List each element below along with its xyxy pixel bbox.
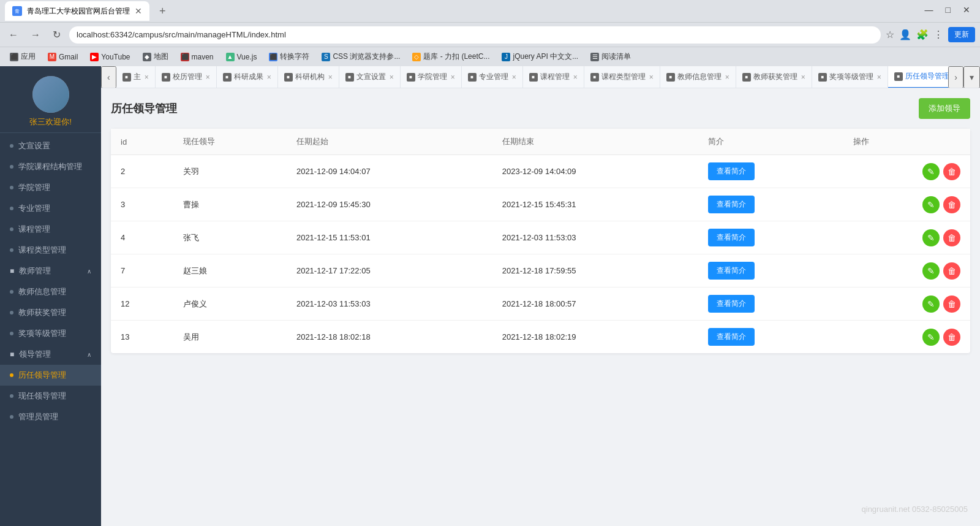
tab-close-btn[interactable]: ×	[145, 73, 149, 82]
sidebar-item-教师获奖管理[interactable]: 教师获奖管理	[0, 302, 101, 323]
tab-item-历任领导管理[interactable]: ■历任领导管理×	[888, 66, 948, 88]
sidebar-item-学院课程结构管理[interactable]: 学院课程结构管理	[0, 156, 101, 177]
bookmark-item[interactable]: ⬛转换字符	[264, 49, 314, 64]
sidebar-item-教师信息管理[interactable]: 教师信息管理	[0, 281, 101, 302]
tab-close-btn[interactable]: ×	[451, 73, 455, 82]
tabs-bar: ‹ ■主×■校历管理×■科研成果×■科研机构×■文宣设置×■学院管理×■专业管理…	[101, 66, 980, 88]
tab-item-主[interactable]: ■主×	[116, 66, 156, 88]
tab-item-教师信息管理[interactable]: ■教师信息管理×	[660, 66, 736, 88]
tab-icon: ■	[590, 73, 599, 82]
bookmark-item[interactable]: MGmail	[43, 50, 83, 64]
tab-close-btn[interactable]: ×	[328, 73, 333, 82]
cell-actions: ✎🗑	[843, 188, 970, 221]
tab-item-专业管理[interactable]: ■专业管理×	[462, 66, 523, 88]
tab-item-课程管理[interactable]: ■课程管理×	[523, 66, 584, 88]
delete-button[interactable]: 🗑	[943, 329, 960, 346]
tab-item-课程类型管理[interactable]: ■课程类型管理×	[584, 66, 660, 88]
tab-close-btn[interactable]: ×	[649, 73, 654, 82]
delete-button[interactable]: 🗑	[943, 229, 960, 246]
bookmark-item[interactable]: ⬛maven	[176, 50, 219, 64]
back-button[interactable]: ←	[5, 27, 22, 43]
delete-button[interactable]: 🗑	[943, 196, 960, 213]
bookmark-item[interactable]: ▶YouTube	[85, 50, 135, 64]
bookmark-item[interactable]: ◇题库 - 力扣 (LeetC...	[407, 49, 494, 64]
edit-button[interactable]: ✎	[922, 163, 940, 180]
new-tab-button[interactable]: +	[154, 2, 171, 20]
settings-icon[interactable]: ⋮	[933, 29, 943, 40]
sidebar-item-奖项等级管理[interactable]: 奖项等级管理	[0, 323, 101, 344]
cell-actions: ✎🗑	[843, 221, 970, 254]
bookmark-item[interactable]: ☰阅读清单	[586, 49, 636, 64]
sidebar-item-课程类型管理[interactable]: 课程类型管理	[0, 240, 101, 261]
bookmark-item[interactable]: ⬛应用	[5, 49, 40, 64]
tab-close-btn[interactable]: ×	[206, 73, 210, 82]
tab-item-科研成果[interactable]: ■科研成果×	[217, 66, 278, 88]
tab-close-btn[interactable]: ×	[390, 73, 394, 82]
edit-button[interactable]: ✎	[922, 329, 940, 346]
tab-close-btn[interactable]: ×	[512, 73, 516, 82]
tab-close-btn[interactable]: ×	[267, 73, 271, 82]
tab-item-奖项等级管理[interactable]: ■奖项等级管理×	[812, 66, 888, 88]
tab-item-学院管理[interactable]: ■学院管理×	[401, 66, 462, 88]
tab-item-科研机构[interactable]: ■科研机构×	[278, 66, 339, 88]
update-button[interactable]: 更新	[948, 27, 975, 42]
view-bio-button[interactable]: 查看简介	[708, 196, 755, 213]
view-bio-button[interactable]: 查看简介	[708, 328, 755, 346]
sidebar-item-管理员管理[interactable]: 管理员管理	[0, 406, 101, 427]
tab-close-btn[interactable]: ×	[801, 73, 805, 82]
edit-button[interactable]: ✎	[922, 262, 940, 280]
bookmark-icon: ⬛	[10, 53, 18, 61]
cell-name: 吴用	[173, 321, 287, 354]
menu-label: 历任领导管理	[18, 370, 66, 381]
edit-button[interactable]: ✎	[922, 229, 940, 246]
bookmark-star-icon[interactable]: ☆	[886, 29, 894, 40]
menu-category[interactable]: ■领导管理∧	[0, 344, 101, 365]
edit-button[interactable]: ✎	[922, 295, 940, 313]
view-bio-button[interactable]: 查看简介	[708, 262, 755, 280]
sidebar-item-专业管理[interactable]: 专业管理	[0, 198, 101, 219]
edit-button[interactable]: ✎	[922, 196, 940, 213]
close-window-button[interactable]: ✕	[958, 2, 975, 17]
forward-button[interactable]: →	[27, 27, 44, 43]
table-row: 2关羽2021-12-09 14:04:072023-12-09 14:04:0…	[111, 155, 970, 188]
bookmark-item[interactable]: JjQuery API 中文文...	[497, 49, 583, 64]
view-bio-button[interactable]: 查看简介	[708, 162, 755, 180]
minimize-button[interactable]: —	[920, 2, 938, 17]
bookmark-item[interactable]: ▲Vue.js	[221, 50, 262, 64]
bookmark-label: YouTube	[101, 53, 130, 61]
tabs-dropdown[interactable]: ▾	[963, 66, 980, 88]
profile-icon[interactable]: 👤	[899, 29, 911, 40]
tabs-scroll-left[interactable]: ‹	[101, 66, 116, 88]
tab-item-文宣设置[interactable]: ■文宣设置×	[339, 66, 401, 88]
bookmark-item[interactable]: ◆地图	[138, 49, 173, 64]
bookmark-item[interactable]: SCSS 浏览器支持参...	[317, 49, 405, 64]
refresh-button[interactable]: ↻	[49, 26, 64, 43]
address-bar[interactable]	[69, 26, 881, 44]
column-header-任期结束: 任期结束	[492, 129, 698, 155]
view-bio-button[interactable]: 查看简介	[708, 295, 755, 313]
bookmark-icon: ⬛	[269, 53, 277, 61]
tab-item-校历管理[interactable]: ■校历管理×	[156, 66, 217, 88]
delete-button[interactable]: 🗑	[943, 262, 960, 280]
tab-close-btn[interactable]: ✕	[135, 6, 142, 16]
add-leader-button[interactable]: 添加领导	[919, 98, 970, 119]
tab-close-btn[interactable]: ×	[877, 73, 881, 82]
sidebar-item-历任领导管理[interactable]: 历任领导管理	[0, 365, 101, 386]
maximize-button[interactable]: □	[941, 2, 956, 17]
delete-button[interactable]: 🗑	[943, 163, 960, 180]
tab-close-btn[interactable]: ×	[725, 73, 729, 82]
cell-start: 2021-12-18 18:02:18	[287, 321, 492, 354]
browser-tab[interactable]: 青 青岛理工大学校园官网后台管理 ✕	[5, 1, 149, 21]
tab-close-btn[interactable]: ×	[573, 73, 578, 82]
sidebar-item-课程管理[interactable]: 课程管理	[0, 219, 101, 240]
tabs-scroll-right[interactable]: ›	[948, 66, 963, 88]
sidebar-item-文宣设置[interactable]: 文宣设置	[0, 135, 101, 156]
view-bio-button[interactable]: 查看简介	[708, 229, 755, 246]
menu-dot	[10, 144, 13, 148]
sidebar-item-现任领导管理[interactable]: 现任领导管理	[0, 386, 101, 406]
extensions-icon[interactable]: 🧩	[916, 29, 929, 40]
tab-item-教师获奖管理[interactable]: ■教师获奖管理×	[736, 66, 812, 88]
menu-category[interactable]: ■教师管理∧	[0, 261, 101, 281]
delete-button[interactable]: 🗑	[943, 295, 960, 313]
sidebar-item-学院管理[interactable]: 学院管理	[0, 177, 101, 198]
